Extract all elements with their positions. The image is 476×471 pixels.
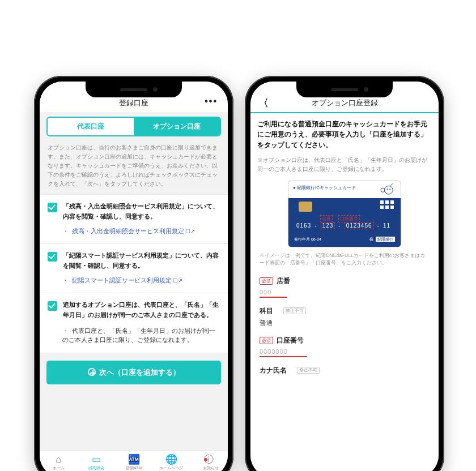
- card-caption: ※イメージは一例です。紀陽ONEdaFULLカードをご利用のお客さまはカード券面…: [250, 252, 439, 272]
- readonly-badge: 修正不可: [283, 307, 306, 314]
- phone-left: 登録口座 ••• 代表口座 オプション口座 オプション口座は、当行のお客さまご自…: [34, 76, 233, 471]
- next-button[interactable]: 次へ（口座を追加する）: [46, 361, 221, 384]
- atm-icon: 🏧: [115, 455, 152, 464]
- checkbox-terms1[interactable]: [48, 203, 57, 212]
- svg-point-1: [385, 186, 393, 195]
- field-kana: カナ氏名 修正不可: [250, 362, 439, 379]
- readonly-badge: 修正不可: [297, 367, 320, 374]
- svg-point-3: [389, 189, 390, 190]
- tab-option[interactable]: オプション口座: [134, 118, 220, 135]
- agree-row-3: 追加するオプション口座は、代表口座と、「氏名」「生年月日」のお届けが同一のご本人…: [40, 293, 228, 353]
- badge-dot: [204, 458, 207, 461]
- tab-home[interactable]: ⌂ホーム: [40, 451, 77, 471]
- phone-right: 〈 オプション口座登録 ご利用になる普通預金口座のキャッシュカードをお手元にご用…: [245, 76, 444, 471]
- input-underline: [260, 297, 287, 298]
- screen: 〈 オプション口座登録 ご利用になる普通預金口座のキャッシュカードをお手元にご用…: [250, 82, 439, 471]
- card-icon: ▭: [77, 455, 114, 464]
- tab-news[interactable]: ⓘお知らせ: [190, 451, 228, 471]
- globe-icon: 🌐: [152, 455, 190, 464]
- checkbox-sameperson[interactable]: [48, 301, 57, 311]
- terms1-link[interactable]: ・残高・入出金明細照会サービス利用規定☐↗: [48, 227, 220, 236]
- tab-main[interactable]: 代表口座: [48, 118, 134, 135]
- nav-title: オプション口座登録: [312, 98, 378, 108]
- sameperson-note: ・代表口座と、「氏名」「生年月日」のお届けが同一のご本人さま口座に限り、ご登録に…: [48, 326, 220, 345]
- home-icon: ⌂: [40, 455, 77, 464]
- input-underline: [260, 356, 307, 357]
- required-badge: 必須: [260, 337, 273, 344]
- tab-balance[interactable]: ▭残高照会: [77, 451, 114, 471]
- mascot-icon: [378, 183, 396, 196]
- branch-input[interactable]: 000: [260, 289, 430, 296]
- required-badge: 必須: [260, 277, 273, 285]
- agree-row-1: 「残高・入出金明細照会サービス利用規定」について、内容を閲覧・確認し、同意する。…: [40, 194, 228, 243]
- external-link-icon: ☐↗: [185, 228, 195, 234]
- plus-icon: [88, 368, 96, 376]
- sameperson-label: 追加するオプション口座は、代表口座と、「氏名」「生年月日」のお届けが同一のご本人…: [63, 300, 220, 320]
- chip-icon: [299, 202, 312, 212]
- terms2-label: 「紀陽スマート認証サービス利用規定」について、内容を閲覧・確認し、同意する。: [63, 251, 220, 271]
- back-icon[interactable]: 〈: [258, 96, 269, 110]
- segmented-tabs: 代表口座 オプション口座: [46, 117, 221, 136]
- field-type: 科目 修正不可 普通: [250, 302, 439, 332]
- note-text: ※オプション口座は、代表口座と「氏名」「生年月日」のお届けが同一のご本人さま口座…: [250, 150, 439, 177]
- more-icon[interactable]: •••: [205, 96, 218, 106]
- svg-line-4: [390, 184, 393, 186]
- card-sample: ● 紀陽銀行ICキャッシュカード 店番 口座番号 0163-123-012345…: [288, 181, 401, 247]
- terms2-link[interactable]: ・紀陽スマート認証サービス利用規定☐↗: [48, 276, 220, 285]
- type-value: 普通: [260, 319, 430, 327]
- info-icon: ⓘ: [190, 455, 228, 464]
- field-branch: 必須店番 000: [250, 272, 439, 302]
- card-brand: ● 紀陽銀行ICキャッシュカード: [293, 185, 356, 191]
- tab-atm[interactable]: 🏧店舗ATM: [115, 451, 152, 471]
- external-link-icon: ☐↗: [173, 277, 182, 284]
- nav-title: 登録口座: [119, 98, 148, 108]
- agree-row-2: 「紀陽スマート認証サービス利用規定」について、内容を閲覧・確認し、同意する。 ・…: [40, 243, 228, 293]
- intro-text: オプション口座は、当行のお客さまご自身の口座に限り追加できます。また、オプション…: [40, 141, 228, 194]
- field-acct: 必須口座番号 0000000: [250, 332, 439, 362]
- terms1-label: 「残高・入出金明細照会サービス利用規定」について、内容を閲覧・確認し、同意する。: [63, 202, 220, 221]
- intro-text: ご利用になる普通預金口座のキャッシュカードをお手元にご用意のうえ、必要事項を入力…: [250, 119, 439, 150]
- bottom-tabbar: ⌂ホーム ▭残高照会 🏧店舗ATM 🌐ホームページ ⓘお知らせ: [40, 451, 228, 471]
- notch: [86, 82, 182, 97]
- checkbox-terms2[interactable]: [48, 252, 57, 262]
- notch: [296, 82, 393, 97]
- tab-homepage[interactable]: 🌐ホームページ: [152, 451, 190, 471]
- acct-input[interactable]: 0000000: [260, 348, 430, 355]
- accent-line: [250, 112, 439, 113]
- svg-point-2: [387, 189, 388, 190]
- pixel-deco: [380, 200, 394, 209]
- screen: 登録口座 ••• 代表口座 オプション口座 オプション口座は、当行のお客さまご自…: [40, 82, 228, 471]
